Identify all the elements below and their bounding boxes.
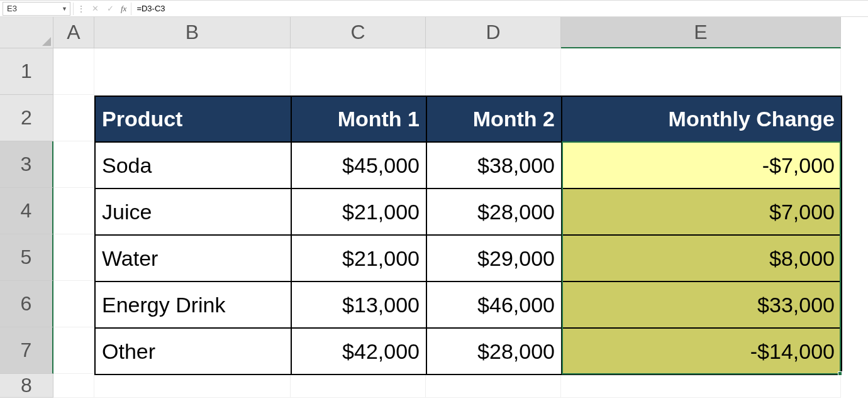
select-all-corner[interactable] bbox=[0, 17, 53, 48]
cell-month1[interactable]: $45,000 bbox=[291, 142, 426, 189]
cell-a4[interactable] bbox=[53, 188, 94, 234]
dots-icon: ⋮ bbox=[75, 4, 87, 13]
table-row: Energy Drink $13,000 $46,000 $33,000 bbox=[95, 281, 842, 328]
cell-month2[interactable]: $38,000 bbox=[426, 142, 562, 189]
column-header-b[interactable]: B bbox=[94, 17, 291, 48]
data-table: Product Month 1 Month 2 Monthly Change S… bbox=[94, 96, 842, 375]
column-header-d[interactable]: D bbox=[426, 17, 561, 48]
cancel-icon: ✕ bbox=[87, 2, 103, 16]
cell-month1[interactable]: $13,000 bbox=[291, 281, 426, 328]
column-header-a[interactable]: A bbox=[53, 17, 94, 48]
name-box[interactable]: E3 ▼ bbox=[3, 2, 70, 16]
cell-month1[interactable]: $21,000 bbox=[291, 189, 426, 235]
row-header-2[interactable]: 2 bbox=[0, 95, 53, 141]
header-month2[interactable]: Month 2 bbox=[426, 96, 562, 142]
row-header-7[interactable]: 7 bbox=[0, 327, 53, 374]
row-header-3[interactable]: 3 bbox=[0, 141, 53, 188]
cell-change[interactable]: $8,000 bbox=[562, 235, 842, 281]
cell-month2[interactable]: $28,000 bbox=[426, 189, 562, 235]
cell-a2[interactable] bbox=[53, 95, 94, 141]
column-header-e[interactable]: E bbox=[561, 17, 841, 48]
cell-b8[interactable] bbox=[94, 374, 291, 398]
cell-month1[interactable]: $42,000 bbox=[291, 328, 426, 374]
cell-e1[interactable] bbox=[561, 48, 841, 95]
separator bbox=[131, 3, 131, 15]
cell-change[interactable]: $7,000 bbox=[562, 189, 842, 235]
cell-a7[interactable] bbox=[53, 327, 94, 374]
cell-d1[interactable] bbox=[426, 48, 561, 95]
chevron-down-icon[interactable]: ▼ bbox=[62, 6, 67, 12]
cell-month2[interactable]: $46,000 bbox=[426, 281, 562, 328]
header-product[interactable]: Product bbox=[95, 96, 291, 142]
table-row: Soda $45,000 $38,000 -$7,000 bbox=[95, 142, 842, 189]
table-row: Other $42,000 $28,000 -$14,000 bbox=[95, 328, 842, 374]
select-all-triangle-icon bbox=[42, 37, 51, 46]
fx-icon[interactable]: fx bbox=[118, 4, 130, 14]
cell-month2[interactable]: $28,000 bbox=[426, 328, 562, 374]
cell-month2[interactable]: $29,000 bbox=[426, 235, 562, 281]
cell-product[interactable]: Juice bbox=[95, 189, 291, 235]
cell-d8[interactable] bbox=[426, 374, 561, 398]
cell-a8[interactable] bbox=[53, 374, 94, 398]
row-header-4[interactable]: 4 bbox=[0, 188, 53, 234]
row-header-8[interactable]: 8 bbox=[0, 374, 53, 398]
header-month1[interactable]: Month 1 bbox=[291, 96, 426, 142]
row-header-5[interactable]: 5 bbox=[0, 234, 53, 281]
formula-input[interactable] bbox=[133, 2, 868, 16]
cell-change[interactable]: $33,000 bbox=[562, 281, 842, 328]
cell-c1[interactable] bbox=[291, 48, 426, 95]
cell-change[interactable]: -$7,000 bbox=[562, 142, 842, 189]
cell-a1[interactable] bbox=[53, 48, 94, 95]
cell-month1[interactable]: $21,000 bbox=[291, 235, 426, 281]
formula-bar: E3 ▼ ⋮ ✕ ✓ fx bbox=[0, 0, 868, 17]
table-row: Juice $21,000 $28,000 $7,000 bbox=[95, 189, 842, 235]
separator bbox=[73, 3, 74, 15]
table-header-row: Product Month 1 Month 2 Monthly Change bbox=[95, 96, 842, 142]
cell-reference: E3 bbox=[7, 4, 17, 13]
row-header-1[interactable]: 1 bbox=[0, 48, 53, 95]
column-header-c[interactable]: C bbox=[291, 17, 426, 48]
cell-change[interactable]: -$14,000 bbox=[562, 328, 842, 374]
header-change[interactable]: Monthly Change bbox=[562, 96, 842, 142]
cell-e8[interactable] bbox=[561, 374, 841, 398]
row-header-6[interactable]: 6 bbox=[0, 281, 53, 327]
cell-a5[interactable] bbox=[53, 234, 94, 281]
cell-product[interactable]: Other bbox=[95, 328, 291, 374]
cell-a3[interactable] bbox=[53, 141, 94, 188]
cell-b1[interactable] bbox=[94, 48, 291, 95]
cell-product[interactable]: Soda bbox=[95, 142, 291, 189]
cell-product[interactable]: Energy Drink bbox=[95, 281, 291, 328]
cell-a6[interactable] bbox=[53, 281, 94, 327]
cell-c8[interactable] bbox=[291, 374, 426, 398]
table-row: Water $21,000 $29,000 $8,000 bbox=[95, 235, 842, 281]
enter-icon: ✓ bbox=[103, 2, 118, 16]
cell-product[interactable]: Water bbox=[95, 235, 291, 281]
